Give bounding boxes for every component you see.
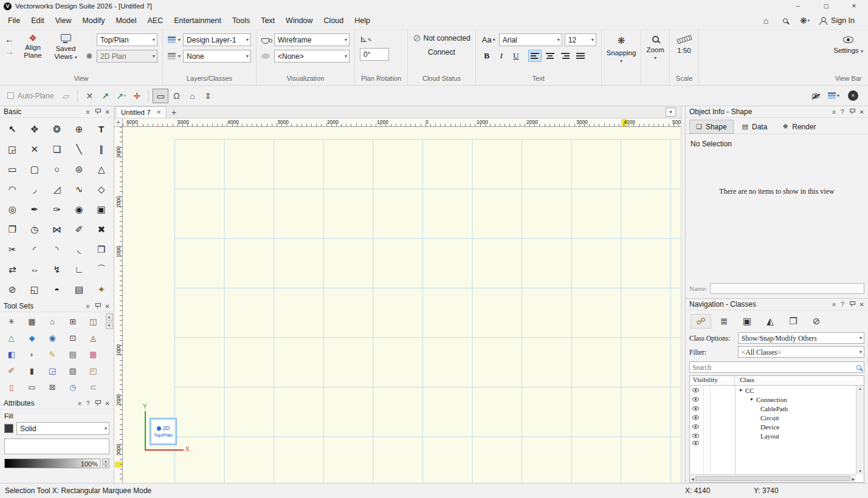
scrollbar-thumb[interactable] [695,476,851,481]
polygon-tool[interactable]: ◇ [90,179,112,199]
visibility-eye-icon[interactable] [692,434,699,438]
home-button[interactable]: ⌂ [757,13,775,28]
font-size-dropdown[interactable]: 12▾ [565,33,596,46]
maximize-button[interactable]: ▢ [812,0,840,12]
align-justify-button[interactable] [574,50,587,62]
close-icon[interactable]: ✕ [105,303,110,310]
toolset-tool-7[interactable]: ◆ [22,330,43,346]
view-bar-settings-button[interactable]: Settings ▾ [833,33,863,54]
fill-color-swatch[interactable] [4,424,13,433]
menu-view[interactable]: View [50,13,77,28]
toolset-tool-22[interactable]: ▭ [22,379,43,395]
zoom-tool[interactable]: ⊕ [68,119,91,139]
toolset-tool-6[interactable]: △ [1,330,22,346]
references-tab-icon[interactable]: ⊘ [806,314,827,329]
attribute-mapping-tool[interactable]: ✑ [46,199,68,219]
drawing-canvas[interactable]: Y X 2D Top/Plan [123,127,681,483]
document-tab[interactable]: Untitled 7 ✕ [115,106,167,118]
menu-edit[interactable]: Edit [26,13,50,28]
visibility-eye-icon[interactable] [692,441,699,445]
interactive-scaling-duplicate-mode-icon[interactable]: ↗+ [113,89,129,103]
scroll-left-icon[interactable]: ◀ [691,477,694,481]
scroll-up-icon[interactable]: ▲ [858,387,862,391]
select-similar-tool[interactable]: ❏ [46,139,68,159]
opacity-slider[interactable]: 100% [4,459,100,468]
fillet-tool[interactable]: ◜ [24,239,46,259]
eyedropper-tool[interactable]: ✒ [24,199,46,219]
rectangle-tool[interactable]: ▭ [1,159,24,179]
pattern-tool[interactable]: ▤ [68,279,91,299]
tab-close-icon[interactable]: ✕ [157,109,162,115]
close-icon[interactable]: ✕ [859,301,864,308]
menu-aec[interactable]: AEC [142,13,168,28]
tab-shape[interactable]: ❏Shape [689,120,734,134]
align-right-button[interactable] [559,50,572,62]
line-tool[interactable]: ╲ [68,139,91,159]
text-tool[interactable]: T [90,119,112,139]
circle-tool[interactable]: ○ [46,159,68,179]
view-gear-icon[interactable]: ❋ [84,52,94,61]
class-tree-row[interactable]: ▼CC [690,386,856,395]
roof-line-tool[interactable]: ⌒ [90,259,112,279]
saved-views-button[interactable]: Saved Views ▾ [52,33,80,61]
toolset-tool-21[interactable]: ▯ [1,379,22,395]
scissors-tool[interactable]: ✂ [1,239,24,259]
split-tool[interactable]: ↯ [46,259,68,279]
scroll-down-icon[interactable]: ▼ [858,469,862,473]
freehand-tool[interactable]: ∿ [68,179,91,199]
column-header-visibility[interactable]: Visibility [690,376,735,385]
ruler-top[interactable]: 6000500040003000200010000100020003000400… [123,118,681,127]
toolset-tool-25[interactable]: ⊂ [83,379,103,395]
eraser-tool[interactable]: ❒ [90,239,112,259]
search-button[interactable] [776,13,794,28]
render-mode-dropdown[interactable]: Wireframe▾ [274,33,350,46]
settings-button[interactable]: ❋▾ [796,13,814,28]
palette-menu-icon[interactable]: ≡ [78,400,81,407]
menu-file[interactable]: File [2,13,26,28]
class-options-dropdown[interactable]: Show/Snap/Modify Others▾ [738,332,864,344]
visibility-eye-icon[interactable] [692,397,699,401]
offset-tool[interactable]: ❐ [1,219,24,239]
menu-cloud[interactable]: Cloud [319,13,350,28]
menu-entertainment[interactable]: Entertainment [168,13,227,28]
menu-text[interactable]: Text [255,13,280,28]
tab-render[interactable]: ❖Render [776,120,822,134]
lasso-marquee-mode-icon[interactable]: Ω [168,89,184,103]
zoom-button[interactable]: Zoom ▾ [646,33,664,61]
toolset-tool-24[interactable]: ◷ [63,379,83,395]
tab-list-dropdown[interactable]: ▼ [666,107,676,117]
previous-view-button[interactable]: ← [5,35,14,44]
toolset-tool-4[interactable]: ⊞ [63,313,83,330]
menu-window[interactable]: Window [280,13,318,28]
toolset-tool-23[interactable]: ⊠ [42,379,63,395]
align-center-button[interactable] [543,50,557,62]
plan-rotation-input[interactable]: 0° [360,48,389,61]
close-icon[interactable]: ✕ [105,109,110,115]
pin-icon[interactable] [95,400,100,406]
visibility-tool[interactable]: ◉ [68,199,91,219]
class-dropdown[interactable]: None▾ [183,50,251,63]
search-icon[interactable] [856,365,861,370]
menu-tools[interactable]: Tools [227,13,255,28]
user-badge-icon[interactable]: ✳ [848,90,858,101]
class-icon[interactable] [168,53,176,60]
stepper-up-button[interactable]: ▲ [102,459,109,463]
spiral-tool[interactable]: ◎ [1,199,24,219]
new-tab-button[interactable]: + [167,106,181,118]
font-dropdown[interactable]: Arial▾ [499,33,562,46]
toolset-tool-5[interactable]: ◫ [83,313,103,330]
class-layer-options-button[interactable]: ▾ [828,92,839,99]
oval-tool[interactable]: ⊜ [68,159,91,179]
close-button[interactable]: ✕ [840,0,868,12]
design-layers-tab-icon[interactable]: ≣ [714,314,734,329]
render-mode-icon[interactable] [261,38,269,44]
clock-tool[interactable]: ◷ [24,219,46,239]
panel-resize-gutter[interactable] [681,106,685,483]
pin-icon[interactable] [849,109,855,115]
connect-trim-tool[interactable]: ◟ [68,239,91,259]
toolset-tool-12[interactable]: ◗ [22,346,43,363]
rounded-rectangle-tool[interactable]: ▢ [24,159,46,179]
plumb-mode-icon[interactable]: ✛ [129,89,145,103]
help-icon[interactable]: ? [86,400,90,407]
toolset-tool-18[interactable]: ◲ [42,363,63,379]
